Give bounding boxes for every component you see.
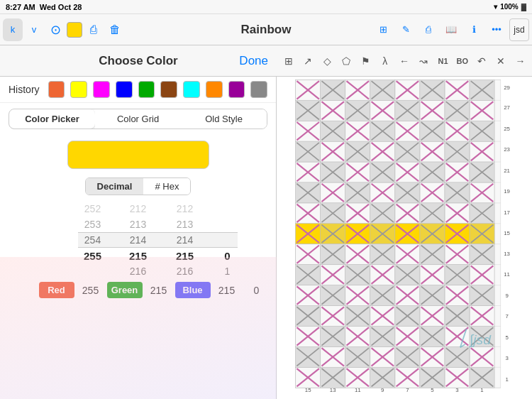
- status-time: 8:27 AM: [6, 3, 35, 11]
- target-icon[interactable]: ⊙: [45, 18, 65, 41]
- svg-text:7: 7: [406, 387, 409, 393]
- svg-text:1: 1: [480, 387, 483, 393]
- drum-g-216: 216: [124, 263, 153, 279]
- history-swatch-9[interactable]: [250, 81, 267, 98]
- drum-b-212: 212: [171, 201, 199, 217]
- svg-text:5: 5: [431, 387, 434, 393]
- wifi-icon: ▾: [494, 3, 497, 11]
- grid2-icon[interactable]: ⊞: [279, 50, 297, 72]
- decimal-format-btn[interactable]: Decimal: [86, 178, 144, 195]
- history-swatch-2[interactable]: [93, 81, 110, 98]
- pentagon-icon[interactable]: ⬠: [338, 50, 355, 72]
- lambda-icon[interactable]: λ: [376, 50, 394, 72]
- drum-a-1: 1: [214, 263, 238, 279]
- main-toolbar: k v ⊙ ⎙ 🗑 Rainbow ⊞ ✎ ⎙ 📖 ℹ ••• jsd: [0, 14, 532, 45]
- info-icon[interactable]: ℹ: [464, 18, 484, 41]
- format-toggle: Decimal # Hex: [85, 177, 192, 195]
- history-swatch-1[interactable]: [70, 81, 87, 98]
- left-arrow-icon[interactable]: ←: [395, 50, 413, 72]
- k-tab-label: k: [11, 24, 16, 35]
- svg-text:27: 27: [504, 104, 510, 111]
- drum-a-empty1: [214, 201, 238, 217]
- drum-b-214: 214: [171, 232, 199, 248]
- svg-text:15: 15: [305, 387, 311, 393]
- svg-text:17: 17: [504, 209, 510, 216]
- svg-text:13: 13: [504, 251, 510, 257]
- svg-text:29: 29: [504, 84, 510, 91]
- color-swatch[interactable]: [67, 22, 82, 38]
- history-swatch-0[interactable]: [48, 81, 65, 98]
- squiggle-icon[interactable]: ↝: [415, 50, 433, 72]
- k-tab[interactable]: k: [3, 18, 23, 41]
- history-swatch-7[interactable]: [206, 81, 223, 98]
- drum-a-0: 0: [214, 248, 238, 263]
- more-icon[interactable]: •••: [487, 18, 506, 41]
- svg-text:13: 13: [330, 387, 336, 393]
- history-swatch-8[interactable]: [228, 81, 245, 98]
- main-area: Choose Color Done History Color Picker C…: [0, 45, 532, 399]
- hex-format-btn[interactable]: # Hex: [143, 178, 190, 195]
- blue-label: Blue: [175, 282, 211, 298]
- right-arrow-icon[interactable]: →: [511, 50, 529, 72]
- tab-old-style[interactable]: Old Style: [181, 109, 267, 129]
- drum-col-green: 212 213 214 215 216: [124, 201, 153, 279]
- svg-text:21: 21: [504, 168, 510, 174]
- annotation-toolbar: ⊞ ↗ ◇ ⬠ ⚑ λ ← ↝ N1 BO ↶ ✕ →: [277, 45, 532, 77]
- color-panel-header: Choose Color Done: [0, 45, 277, 77]
- history-swatch-4[interactable]: [138, 81, 155, 98]
- history-label: History: [9, 84, 40, 95]
- toolbar-right: ⊞ ✎ ⎙ 📖 ℹ ••• jsd: [373, 18, 529, 41]
- drum-g-215: 215: [124, 248, 153, 263]
- bo-btn[interactable]: BO: [453, 50, 471, 72]
- loop-icon[interactable]: ↶: [472, 50, 490, 72]
- svg-text:5: 5: [505, 334, 509, 341]
- green-label: Green: [107, 282, 143, 298]
- tab-color-grid[interactable]: Color Grid: [95, 109, 181, 129]
- toolbar-center: Rainbow: [159, 23, 373, 37]
- history-swatch-3[interactable]: [116, 81, 133, 98]
- svg-text:9: 9: [381, 387, 384, 393]
- drum-b-216: 216: [171, 263, 199, 279]
- alpha-value: 0: [243, 285, 270, 296]
- arrow-up-icon[interactable]: ↗: [299, 50, 316, 72]
- drum-g-213: 213: [124, 217, 153, 232]
- drum-r-252: 252: [79, 201, 107, 217]
- svg-text:11: 11: [355, 387, 361, 393]
- drum-a-empty3: [214, 232, 238, 248]
- diamond-icon[interactable]: ◇: [318, 50, 336, 72]
- drum-r-254: 254: [79, 232, 107, 248]
- grid-icon[interactable]: ⊞: [373, 18, 393, 41]
- edit-icon[interactable]: ✎: [396, 18, 416, 41]
- flag-icon[interactable]: ⚑: [357, 50, 375, 72]
- drum-r-253: 253: [79, 217, 107, 232]
- drum-g-214: 214: [124, 232, 153, 248]
- status-bar: 8:27 AM Wed Oct 28 ▾ 100% ▓: [0, 0, 532, 14]
- n1-btn[interactable]: N1: [434, 50, 452, 72]
- row-numbers: 29 27 25 23 21 19 17 15 13 11 9 7 5 3 1: [504, 84, 510, 383]
- drum-a-empty2: [214, 217, 238, 232]
- share-toolbar-icon[interactable]: ⎙: [84, 18, 104, 41]
- pattern-row-15: [296, 224, 494, 244]
- cross-icon[interactable]: ✕: [492, 50, 510, 72]
- knitting-pattern-panel: ⊞ ↗ ◇ ⬠ ⚑ λ ← ↝ N1 BO ↶ ✕ → 29 27 25 23 …: [277, 45, 532, 399]
- svg-text:25: 25: [504, 126, 510, 132]
- status-day: Wed Oct 28: [40, 3, 82, 11]
- tab-color-picker[interactable]: Color Picker: [9, 109, 95, 129]
- drum-picker[interactable]: 252 253 254 255 212 213 214 215 216 212: [39, 201, 238, 279]
- history-swatch-5[interactable]: [160, 81, 177, 98]
- drum-col-red: 252 253 254 255: [79, 201, 107, 279]
- svg-text:9: 9: [505, 293, 508, 299]
- jsd-tag[interactable]: jsd: [509, 18, 529, 41]
- drum-b-215: 215: [171, 248, 199, 263]
- done-button[interactable]: Done: [239, 54, 268, 68]
- color-preview: [67, 141, 209, 169]
- trash-icon[interactable]: 🗑: [105, 18, 125, 41]
- history-row: History: [0, 77, 276, 103]
- v-tab-label: v: [32, 24, 37, 35]
- svg-text:7: 7: [505, 313, 508, 319]
- jsd-watermark: ∫jsd: [469, 332, 492, 348]
- book-icon[interactable]: 📖: [441, 18, 461, 41]
- v-tab[interactable]: v: [24, 18, 44, 41]
- history-swatch-6[interactable]: [183, 81, 200, 98]
- export-icon[interactable]: ⎙: [419, 18, 438, 41]
